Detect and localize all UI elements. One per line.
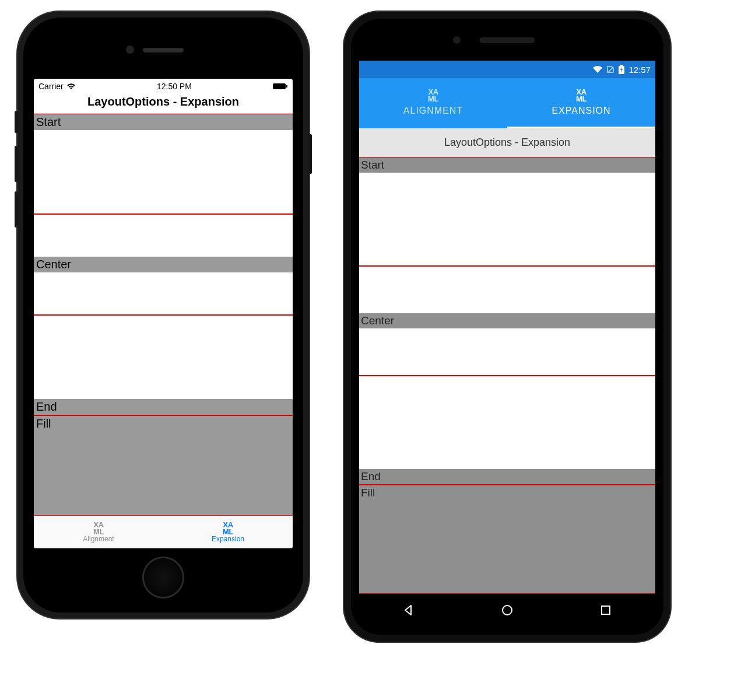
tab-label: ALIGNMENT — [403, 106, 463, 116]
tab-label: EXPANSION — [552, 106, 610, 116]
carrier-label: Carrier — [38, 82, 64, 91]
svg-line-2 — [608, 67, 613, 72]
android-screen: 12:57 XAML ALIGNMENT XAML EXPANSION Layo… — [359, 61, 655, 626]
ios-content-stack: Start Center End Fill — [34, 114, 293, 516]
expansion-slot-end: End — [34, 315, 293, 415]
earpiece-icon — [143, 48, 184, 52]
svg-rect-0 — [273, 83, 286, 89]
svg-rect-4 — [620, 65, 623, 66]
clock-label: 12:50 PM — [157, 82, 192, 91]
android-device-frame: 12:57 XAML ALIGNMENT XAML EXPANSION Layo… — [344, 12, 670, 642]
home-icon[interactable] — [500, 603, 514, 617]
xaml-icon: XAML — [223, 522, 233, 535]
back-icon[interactable] — [402, 603, 416, 617]
page-title: LayoutOptions - Expansion — [359, 128, 655, 157]
iphone-device-frame: Carrier 12:50 PM LayoutOptions - Expansi… — [17, 12, 309, 618]
recents-icon[interactable] — [599, 603, 613, 617]
page-title: LayoutOptions - Expansion — [34, 94, 293, 114]
svg-point-5 — [503, 606, 512, 615]
expansion-slot-center: Center — [359, 266, 655, 375]
sim-icon — [606, 65, 614, 74]
label-start: Start — [359, 158, 655, 173]
clock-label: 12:57 — [628, 65, 651, 75]
android-bezel: 12:57 XAML ALIGNMENT XAML EXPANSION Layo… — [351, 19, 663, 635]
xaml-icon: XAML — [576, 89, 587, 102]
svg-rect-6 — [602, 606, 610, 614]
iphone-mute-switch — [15, 111, 17, 133]
android-nav-bar — [359, 594, 655, 626]
expansion-slot-fill: Fill — [359, 485, 655, 594]
label-start: Start — [34, 114, 293, 130]
iphone-bezel: Carrier 12:50 PM LayoutOptions - Expansi… — [23, 18, 303, 612]
xaml-icon: XAML — [93, 522, 104, 535]
tab-expansion[interactable]: XAML Expansion — [163, 516, 293, 548]
battery-charging-icon — [618, 65, 625, 74]
iphone-volume-down — [15, 191, 17, 228]
label-end: End — [359, 469, 655, 484]
wifi-icon — [66, 83, 76, 90]
expansion-slot-fill: Fill — [34, 415, 293, 516]
iphone-volume-up — [15, 146, 17, 182]
ios-screen: Carrier 12:50 PM LayoutOptions - Expansi… — [34, 79, 293, 548]
tab-expansion[interactable]: XAML EXPANSION — [507, 78, 655, 128]
xaml-icon: XAML — [428, 89, 438, 102]
expansion-slot-end: End — [359, 376, 655, 485]
battery-icon — [273, 83, 288, 90]
svg-rect-1 — [286, 85, 287, 88]
iphone-power-button — [309, 134, 312, 174]
android-top-tabs: XAML ALIGNMENT XAML EXPANSION — [359, 78, 655, 128]
home-button[interactable] — [142, 556, 184, 598]
expansion-slot-center: Center — [34, 214, 293, 314]
expansion-slot-start: Start — [359, 157, 655, 266]
tab-label: Expansion — [212, 535, 244, 543]
label-center: Center — [34, 257, 293, 272]
ios-tab-bar: XAML Alignment XAML Expansion — [34, 516, 293, 548]
expansion-slot-start: Start — [34, 114, 293, 214]
label-fill: Fill — [359, 485, 655, 593]
tab-label: Alignment — [83, 535, 114, 543]
earpiece-icon — [480, 37, 535, 43]
wifi-icon — [592, 65, 603, 74]
android-content-stack: Start Center End Fill — [359, 157, 655, 594]
label-fill: Fill — [34, 416, 293, 515]
ios-status-bar: Carrier 12:50 PM — [34, 79, 293, 94]
label-center: Center — [359, 313, 655, 328]
tab-alignment[interactable]: XAML ALIGNMENT — [359, 78, 507, 128]
front-camera-icon — [453, 36, 461, 44]
front-camera-icon — [126, 46, 134, 54]
android-status-bar: 12:57 — [359, 61, 655, 78]
tab-alignment[interactable]: XAML Alignment — [34, 516, 163, 548]
label-end: End — [34, 399, 293, 415]
